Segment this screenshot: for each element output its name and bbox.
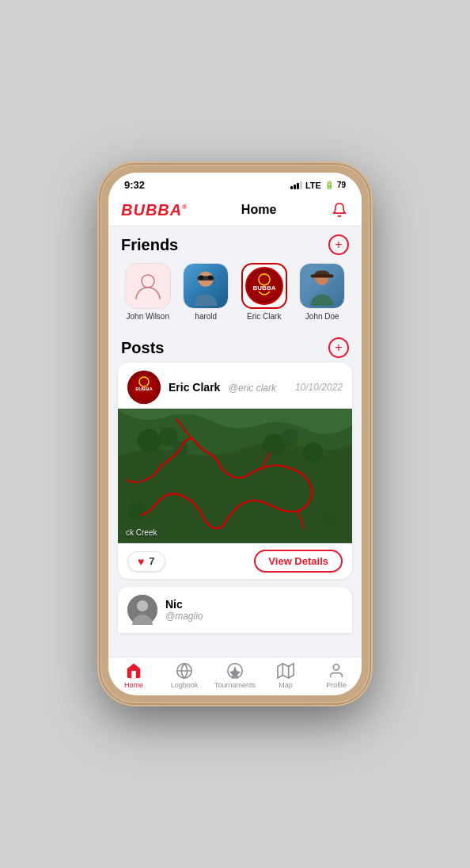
- friend-name-johndoe: John Doe: [305, 312, 339, 322]
- friend-name-harold: harold: [195, 312, 217, 322]
- scroll-content: Friends + John Wilson: [108, 227, 362, 657]
- posts-section: Posts + BUBBA: [108, 329, 362, 636]
- partial-post-name: Nic: [165, 598, 203, 611]
- status-icons: LTE 🔋 79: [290, 181, 346, 190]
- svg-point-3: [199, 275, 204, 280]
- friend-avatar-johndoe: [299, 263, 345, 309]
- svg-point-26: [321, 511, 337, 527]
- phone-screen: 9:32 LTE 🔋 79 BUBBA® Home: [108, 173, 362, 695]
- nav-tournaments-label: Tournaments: [214, 681, 256, 689]
- bottom-nav: Home Logbook Tournaments: [108, 657, 362, 695]
- friend-avatar-harold: [183, 263, 229, 309]
- home-icon: [125, 662, 142, 680]
- nav-profile[interactable]: Profile: [311, 662, 362, 689]
- friends-row: John Wilson harold: [108, 260, 362, 329]
- posts-section-header: Posts +: [108, 329, 362, 363]
- map-icon: [277, 662, 294, 680]
- heart-icon: ♥: [138, 555, 144, 568]
- like-count: 7: [149, 555, 154, 567]
- svg-marker-32: [278, 664, 294, 678]
- friend-name-ericclark: Eric Clark: [247, 312, 281, 322]
- nav-logbook[interactable]: Logbook: [159, 662, 210, 689]
- nav-map[interactable]: Map: [260, 662, 311, 689]
- friends-title: Friends: [121, 236, 178, 254]
- nav-home-label: Home: [124, 681, 143, 689]
- friend-item[interactable]: harold: [180, 263, 233, 322]
- phone-shell: 9:32 LTE 🔋 79 BUBBA® Home: [100, 165, 370, 703]
- svg-point-4: [208, 275, 213, 280]
- partial-post-handle: @maglio: [165, 611, 203, 622]
- view-details-button[interactable]: View Details: [254, 550, 343, 573]
- posts-title: Posts: [121, 339, 164, 357]
- svg-point-19: [138, 429, 161, 453]
- svg-point-28: [137, 600, 148, 611]
- post-avatar-ericclark: BUBBA: [127, 371, 161, 404]
- friend-item[interactable]: BUBBA Eric Clark: [237, 263, 291, 322]
- friend-item[interactable]: John Wilson: [121, 263, 175, 322]
- header-title: Home: [241, 203, 276, 217]
- partial-post-avatar: [127, 595, 157, 625]
- bell-icon[interactable]: [330, 200, 349, 219]
- nav-tournaments[interactable]: Tournaments: [210, 662, 260, 689]
- post-username: Eric Clark: [169, 381, 220, 394]
- tournaments-icon: [226, 662, 244, 680]
- bubba-logo: BUBBA®: [121, 201, 188, 219]
- profile-icon: [328, 662, 345, 680]
- like-button[interactable]: ♥ 7: [127, 551, 165, 572]
- logbook-icon: [176, 662, 193, 680]
- svg-rect-10: [311, 275, 334, 278]
- friend-avatar-ericclark: BUBBA: [241, 263, 287, 309]
- post-card: BUBBA Eric Clark @eric clark 10/10/2022: [118, 363, 352, 579]
- add-friend-button[interactable]: +: [328, 234, 349, 255]
- status-bar: 9:32 LTE 🔋 79: [108, 173, 362, 194]
- svg-point-0: [142, 275, 154, 287]
- battery-level: 79: [337, 181, 346, 189]
- friend-item[interactable]: John Doe: [296, 263, 350, 322]
- post-user-info: Eric Clark @eric clark: [169, 380, 287, 394]
- post-map: ck Creek: [118, 409, 352, 543]
- nav-home[interactable]: Home: [108, 662, 159, 689]
- friends-section-header: Friends +: [108, 227, 362, 260]
- nav-logbook-label: Logbook: [171, 681, 199, 689]
- add-post-button[interactable]: +: [328, 337, 349, 358]
- nav-map-label: Map: [279, 681, 293, 689]
- svg-point-35: [333, 664, 339, 670]
- friend-avatar-johnwilson: [125, 263, 171, 309]
- lte-label: LTE: [305, 181, 321, 190]
- post-header: BUBBA Eric Clark @eric clark 10/10/2022: [118, 363, 352, 409]
- post-handle: @eric clark: [229, 383, 276, 394]
- svg-point-25: [128, 502, 147, 521]
- svg-point-23: [281, 428, 298, 446]
- svg-point-24: [303, 443, 324, 463]
- friend-name-johnwilson: John Wilson: [127, 312, 169, 322]
- post-card-partial: Nic @maglio: [118, 587, 352, 633]
- nav-profile-label: Profile: [326, 681, 347, 689]
- battery-icon: 🔋: [324, 181, 334, 189]
- status-time: 9:32: [124, 179, 145, 191]
- post-actions: ♥ 7 View Details: [118, 543, 352, 579]
- app-header: BUBBA® Home: [108, 194, 362, 227]
- post-date: 10/10/2022: [295, 382, 343, 393]
- svg-text:BUBBA: BUBBA: [135, 386, 153, 391]
- partial-post-info: Nic @maglio: [165, 598, 203, 622]
- post-location: ck Creek: [126, 528, 157, 537]
- signal-icon: [290, 181, 302, 189]
